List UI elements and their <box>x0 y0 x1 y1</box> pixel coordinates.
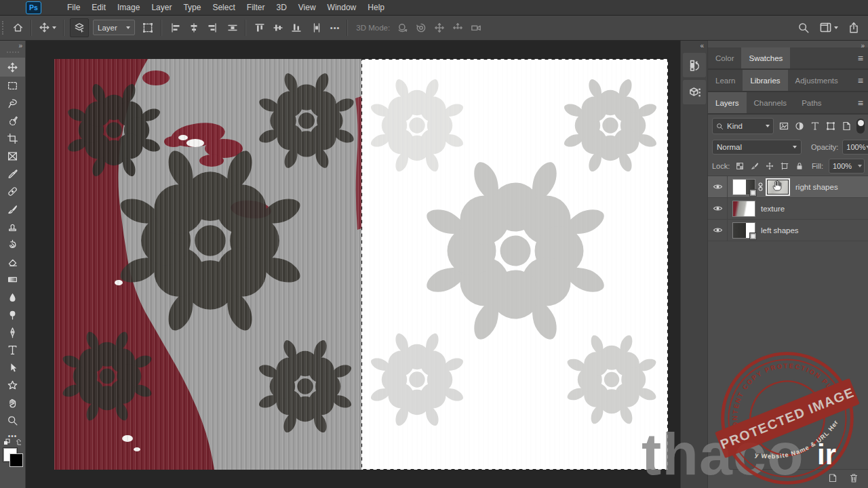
blend-mode-dropdown[interactable]: Normal <box>712 140 802 155</box>
filter-smart-objects-icon[interactable] <box>841 121 852 131</box>
menu-view[interactable]: View <box>297 3 317 12</box>
tool-quick-selection[interactable] <box>0 112 25 129</box>
lock-position-icon[interactable] <box>765 161 774 171</box>
panel-menu-icon[interactable]: ≡ <box>858 70 868 91</box>
visibility-toggle[interactable] <box>708 176 728 197</box>
layer-row-right-shapes[interactable]: right shapes <box>708 176 868 198</box>
tab-layers[interactable]: Layers <box>708 92 747 113</box>
menu-file[interactable]: File <box>66 3 81 12</box>
more-options-icon[interactable]: ••• <box>330 24 340 32</box>
fill-input[interactable]: 100% <box>829 159 865 174</box>
opacity-input[interactable]: 100% <box>842 140 868 155</box>
options-grip[interactable] <box>2 21 5 35</box>
layer-row-texture[interactable]: texture <box>708 198 868 220</box>
filter-toggle[interactable] <box>856 119 865 134</box>
expand-panels-icon[interactable]: » <box>861 42 865 49</box>
panel-menu-icon[interactable]: ≡ <box>858 47 868 68</box>
filter-adjustment-layers-icon[interactable] <box>794 121 805 131</box>
menu-help[interactable]: Help <box>366 3 386 12</box>
home-icon[interactable] <box>12 22 24 33</box>
tab-paths[interactable]: Paths <box>794 92 829 113</box>
tool-eyedropper[interactable] <box>0 165 25 182</box>
layer-thumbnail[interactable] <box>732 222 755 239</box>
menu-3d[interactable]: 3D <box>275 3 288 12</box>
tool-brush[interactable] <box>0 200 25 218</box>
delete-layer-icon[interactable] <box>848 472 859 483</box>
layer-filter-kind-dropdown[interactable]: Kind <box>712 118 774 134</box>
tool-dodge[interactable] <box>0 306 25 323</box>
panel-menu-icon[interactable]: ≡ <box>858 92 868 113</box>
tool-clone-stamp[interactable] <box>0 218 25 235</box>
tool-frame[interactable] <box>0 147 25 165</box>
menu-edit[interactable]: Edit <box>90 3 107 12</box>
share-icon[interactable] <box>848 22 860 34</box>
layer-row-left-shapes[interactable]: left shapes <box>708 220 868 241</box>
visibility-toggle[interactable] <box>708 198 728 219</box>
move-tool-icon[interactable] <box>39 22 50 33</box>
toolbar-expand-icon[interactable]: » <box>18 42 22 49</box>
align-bottom-icon[interactable] <box>291 22 302 33</box>
tool-pen[interactable] <box>0 323 25 341</box>
layer-name[interactable]: texture <box>761 205 785 213</box>
layer-mask-thumbnail[interactable] <box>766 178 790 196</box>
mask-link-icon[interactable] <box>757 182 764 192</box>
menu-image[interactable]: Image <box>116 3 141 12</box>
tool-crop[interactable] <box>0 129 25 147</box>
tool-type[interactable] <box>0 341 25 359</box>
tab-color[interactable]: Color <box>708 47 741 68</box>
lock-transparency-icon[interactable] <box>735 161 745 171</box>
tool-custom-shape[interactable] <box>0 376 25 394</box>
transform-controls-icon[interactable] <box>142 22 154 34</box>
auto-select-icon[interactable] <box>70 18 89 37</box>
search-icon[interactable] <box>797 22 810 34</box>
tool-move[interactable] <box>0 58 25 77</box>
tool-history-brush[interactable] <box>0 235 25 253</box>
align-top-icon[interactable] <box>254 22 265 33</box>
tool-healing-brush[interactable] <box>0 182 25 200</box>
background-color-swatch[interactable] <box>9 453 23 467</box>
menu-type[interactable]: Type <box>182 3 202 12</box>
layer-name[interactable]: left shapes <box>761 226 799 235</box>
tool-lasso[interactable] <box>0 94 25 112</box>
filter-pixel-layers-icon[interactable] <box>778 121 789 131</box>
layer-name[interactable]: right shapes <box>795 183 838 191</box>
filter-type-layers-icon[interactable] <box>810 121 821 131</box>
workspace-switcher[interactable] <box>819 21 838 34</box>
toolbar-grip[interactable] <box>7 52 19 55</box>
tab-channels[interactable]: Channels <box>747 92 795 113</box>
3d-panel-icon[interactable] <box>683 80 706 104</box>
align-left-icon[interactable] <box>170 22 181 33</box>
tool-rect-marquee[interactable] <box>0 77 25 94</box>
tab-swatches[interactable]: Swatches <box>741 47 790 68</box>
lock-artboard-icon[interactable] <box>780 161 789 171</box>
chevron-down-icon[interactable] <box>52 26 56 29</box>
align-h-center-icon[interactable] <box>189 22 199 33</box>
menu-select[interactable]: Select <box>211 3 236 12</box>
tool-eraser[interactable] <box>0 253 25 270</box>
tool-hand[interactable] <box>0 394 25 411</box>
visibility-toggle[interactable] <box>708 220 728 241</box>
menu-layer[interactable]: Layer <box>150 3 173 12</box>
distribute-h-icon[interactable] <box>227 22 238 33</box>
layer-thumbnail[interactable] <box>732 201 755 217</box>
filter-shape-layers-icon[interactable] <box>825 121 836 131</box>
lock-pixels-icon[interactable] <box>750 161 760 171</box>
align-right-icon[interactable] <box>207 22 218 33</box>
menu-filter[interactable]: Filter <box>245 3 267 12</box>
distribute-v-icon[interactable] <box>311 22 322 33</box>
tab-libraries[interactable]: Libraries <box>743 70 787 91</box>
layer-thumbnail[interactable] <box>732 179 755 195</box>
history-panel-icon[interactable] <box>683 53 706 77</box>
collapse-panels-icon[interactable]: « <box>700 42 704 49</box>
tab-learn[interactable]: Learn <box>708 70 743 91</box>
tool-path-selection[interactable] <box>0 359 25 376</box>
auto-select-target-dropdown[interactable]: Layer <box>93 20 135 35</box>
lock-all-icon[interactable] <box>795 161 804 171</box>
tab-adjustments[interactable]: Adjustments <box>788 70 846 91</box>
tool-blur[interactable] <box>0 288 25 306</box>
tool-zoom[interactable] <box>0 411 25 429</box>
document-canvas[interactable] <box>54 59 668 470</box>
tool-gradient[interactable] <box>0 270 25 288</box>
align-v-center-icon[interactable] <box>273 22 283 33</box>
menu-window[interactable]: Window <box>326 3 358 12</box>
